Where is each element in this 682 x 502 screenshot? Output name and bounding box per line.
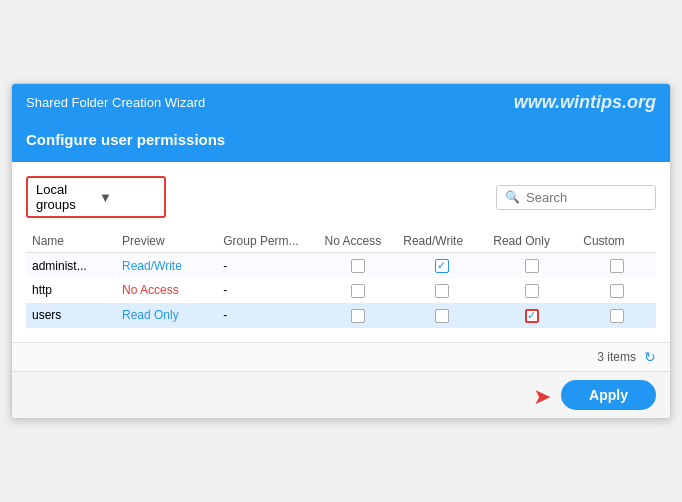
search-icon: 🔍 <box>505 190 520 204</box>
cell-groupperm: - <box>217 303 318 328</box>
cell-groupperm: - <box>217 253 318 278</box>
table-row: users Read Only - <box>26 303 656 328</box>
preview-link[interactable]: Read/Write <box>122 259 182 273</box>
preview-link[interactable]: No Access <box>122 283 179 297</box>
refresh-icon[interactable]: ↻ <box>644 349 656 365</box>
checkbox-noaccess[interactable] <box>351 259 365 273</box>
col-header-readonly: Read Only <box>487 230 577 253</box>
checkbox-readonly[interactable] <box>525 284 539 298</box>
table-header-row: Name Preview Group Perm... No Access Rea… <box>26 230 656 253</box>
checkbox-custom[interactable] <box>610 284 624 298</box>
action-bar: ➤ Apply <box>12 371 670 418</box>
checkbox-readwrite[interactable] <box>435 259 449 273</box>
title-bar: Shared Folder Creation Wizard www.wintip… <box>12 84 670 121</box>
search-input[interactable] <box>526 190 646 205</box>
checkbox-readonly[interactable] <box>525 259 539 273</box>
cell-preview: Read Only <box>116 303 217 328</box>
items-count: 3 items <box>597 350 636 364</box>
page-title: Configure user permissions <box>26 131 225 148</box>
checkbox-readwrite[interactable] <box>435 284 449 298</box>
wizard-title: Shared Folder Creation Wizard <box>26 95 205 110</box>
cell-custom <box>577 253 656 278</box>
chevron-down-icon: ▼ <box>99 190 156 205</box>
col-header-custom: Custom <box>577 230 656 253</box>
cell-groupperm: - <box>217 278 318 303</box>
footer-bar: 3 items ↻ <box>12 342 670 371</box>
checkbox-noaccess[interactable] <box>351 284 365 298</box>
cell-readwrite <box>397 303 487 328</box>
col-header-groupperm: Group Perm... <box>217 230 318 253</box>
cell-noaccess <box>319 278 398 303</box>
checkbox-custom[interactable] <box>610 259 624 273</box>
arrow-icon: ➤ <box>533 384 551 410</box>
cell-readonly <box>487 253 577 278</box>
wizard-header: Configure user permissions <box>12 121 670 162</box>
wizard-window: Shared Folder Creation Wizard www.wintip… <box>11 83 671 418</box>
permissions-table: Name Preview Group Perm... No Access Rea… <box>26 230 656 327</box>
col-header-readwrite: Read/Write <box>397 230 487 253</box>
toolbar: Local groups ▼ 🔍 <box>26 176 656 218</box>
search-box: 🔍 <box>496 185 656 210</box>
cell-custom <box>577 278 656 303</box>
cell-custom <box>577 303 656 328</box>
local-groups-dropdown[interactable]: Local groups ▼ <box>26 176 166 218</box>
cell-readonly <box>487 278 577 303</box>
watermark: www.wintips.org <box>514 92 656 113</box>
col-header-noaccess: No Access <box>319 230 398 253</box>
cell-name: users <box>26 303 116 328</box>
cell-readwrite <box>397 278 487 303</box>
cell-readonly <box>487 303 577 328</box>
cell-noaccess <box>319 303 398 328</box>
table-row: http No Access - <box>26 278 656 303</box>
apply-button[interactable]: Apply <box>561 380 656 410</box>
cell-preview: No Access <box>116 278 217 303</box>
cell-readwrite <box>397 253 487 278</box>
checkbox-readonly-boxed[interactable] <box>525 309 539 323</box>
cell-name: administ... <box>26 253 116 278</box>
checkbox-readwrite[interactable] <box>435 309 449 323</box>
cell-preview: Read/Write <box>116 253 217 278</box>
table-row: administ... Read/Write - <box>26 253 656 278</box>
dropdown-label: Local groups <box>36 182 93 212</box>
checkbox-custom[interactable] <box>610 309 624 323</box>
col-header-preview: Preview <box>116 230 217 253</box>
preview-link[interactable]: Read Only <box>122 308 179 322</box>
cell-name: http <box>26 278 116 303</box>
checkbox-noaccess[interactable] <box>351 309 365 323</box>
wizard-body: Local groups ▼ 🔍 Name Preview Group Perm… <box>12 162 670 341</box>
cell-noaccess <box>319 253 398 278</box>
col-header-name: Name <box>26 230 116 253</box>
